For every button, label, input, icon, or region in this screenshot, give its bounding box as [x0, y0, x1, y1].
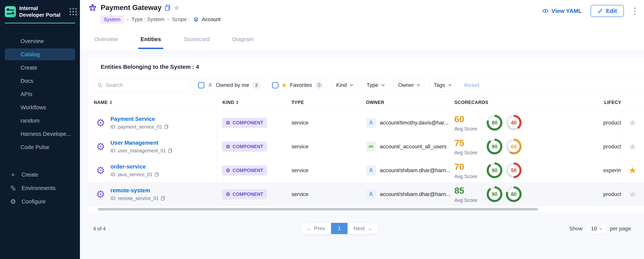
- right-arrow-icon: →: [367, 226, 372, 232]
- sidebar: Internal Developer Portal Overview Catal…: [0, 0, 80, 259]
- sidebar-item-create-bottom[interactable]: + Create: [0, 168, 80, 182]
- name-cell: ⚙ remote-system ID: remote_service_01: [96, 187, 165, 201]
- column-header-kind[interactable]: KIND: [222, 100, 238, 105]
- more-options-kebab-icon[interactable]: [633, 6, 637, 16]
- sidebar-item-random[interactable]: random: [5, 115, 75, 126]
- avg-score: 85 Avg Score: [454, 185, 478, 203]
- page-size-control: Show 10 per page: [569, 223, 631, 234]
- table-row: ⚙ Payment Service ID: payment_service_01…: [88, 111, 644, 135]
- gear-icon: ⚙: [226, 144, 230, 149]
- owned-by-me-count: 3: [252, 81, 260, 89]
- kind-filter-label: Kind: [336, 82, 347, 88]
- tags-filter-dropdown[interactable]: Tags: [429, 79, 456, 91]
- filter-bar: Owned by me 3 ★ Favorites 0 Kind Typ: [88, 76, 644, 94]
- reset-filters-button[interactable]: Reset: [464, 82, 480, 88]
- sidebar-item-harness-developer[interactable]: Harness Develope...: [5, 128, 75, 140]
- module-switcher-icon[interactable]: [70, 8, 77, 15]
- copy-id-icon[interactable]: [155, 172, 158, 177]
- chevron-down-icon: [599, 227, 602, 230]
- score-divider: [482, 114, 482, 131]
- entity-name-link[interactable]: User Management: [110, 140, 172, 146]
- lifecycle-cell: production: [603, 144, 622, 150]
- entity-name-link[interactable]: remote-system: [110, 187, 165, 194]
- environments-icon: [10, 185, 16, 191]
- sidebar-item-overview[interactable]: Overview: [5, 35, 75, 47]
- owner-filter-dropdown[interactable]: Owner: [393, 79, 424, 91]
- tab-scorecard[interactable]: Scorecard: [184, 30, 210, 49]
- sidebar-item-label: Environments: [22, 185, 56, 191]
- favorite-star-icon[interactable]: ★: [621, 111, 644, 135]
- entity-id-text: ID: java_service_01: [110, 172, 153, 177]
- sort-icon[interactable]: [236, 101, 238, 104]
- star-icon: ★: [281, 82, 287, 88]
- entity-name-link[interactable]: Payment Service: [110, 116, 168, 122]
- favorite-star-icon[interactable]: ★: [621, 182, 644, 206]
- owned-by-me-filter[interactable]: Owned by me 3: [194, 79, 264, 91]
- favorites-column-header: [621, 94, 644, 111]
- avg-score-value: 70: [454, 162, 478, 172]
- avg-score: 75 Avg Score: [454, 138, 478, 156]
- breadcrumb: System • Type : System • Scope : Account: [100, 15, 220, 24]
- column-header-name[interactable]: NAME: [94, 100, 112, 105]
- next-page-button[interactable]: Next →: [348, 223, 378, 234]
- scorecards-cell: 75 Avg Score 9060: [454, 138, 522, 156]
- search-box: [93, 79, 190, 91]
- sort-icon[interactable]: [110, 101, 112, 104]
- copy-id-icon[interactable]: [164, 125, 168, 129]
- scorecards-cell: 60 Avg Score 8040: [454, 114, 522, 132]
- owner-cell: account/_account_all_users: [366, 142, 446, 152]
- table-body: ⚙ Payment Service ID: payment_service_01…: [88, 111, 644, 206]
- sidebar-item-label: Create: [22, 172, 38, 178]
- prev-page-button[interactable]: ← Prev: [300, 223, 331, 234]
- search-input[interactable]: [106, 82, 186, 88]
- name-cell: ⚙ Payment Service ID: payment_service_01: [96, 116, 168, 130]
- scope-value: Account: [202, 16, 221, 22]
- sidebar-item-environments[interactable]: Environments: [0, 182, 80, 195]
- owner-avatar-icon: [366, 189, 376, 199]
- page-number-button[interactable]: 1: [331, 223, 348, 234]
- sidebar-item-workflows[interactable]: Workflows: [5, 102, 75, 113]
- harness-idp-logo-icon[interactable]: [5, 6, 16, 17]
- page-size-select[interactable]: 10: [586, 223, 606, 234]
- sidebar-item-apis[interactable]: APIs: [5, 88, 75, 100]
- entity-id: ID: payment_service_01: [110, 124, 168, 130]
- edit-button[interactable]: Edit: [590, 5, 624, 17]
- type-filter-label: Type: [366, 82, 378, 88]
- entity-gear-icon: ⚙: [96, 142, 105, 152]
- sidebar-item-catalog[interactable]: Catalog: [5, 48, 75, 60]
- favorite-star-icon[interactable]: ★: [621, 135, 644, 158]
- tab-overview[interactable]: Overview: [94, 30, 118, 49]
- kind-filter-dropdown[interactable]: Kind: [331, 79, 358, 91]
- entity-gear-icon: ⚙: [96, 166, 105, 176]
- entity-id: ID: java_service_01: [110, 172, 159, 177]
- sidebar-item-code-pulse[interactable]: Code Pulse: [5, 141, 75, 153]
- kind-cell: ⚙ COMPONENT: [222, 189, 267, 199]
- favorite-page-star-icon[interactable]: ★: [174, 4, 180, 11]
- column-header-owner: OWNER: [366, 100, 384, 105]
- tab-entities[interactable]: Entities: [140, 30, 161, 49]
- next-label: Next: [354, 226, 365, 232]
- horizontal-scrollbar[interactable]: [98, 208, 538, 210]
- sidebar-item-docs[interactable]: Docs: [5, 75, 75, 87]
- eye-icon: [542, 8, 549, 14]
- type-filter-dropdown[interactable]: Type: [362, 79, 389, 91]
- view-yaml-button[interactable]: View YAML: [542, 8, 582, 14]
- sidebar-item-create[interactable]: Create: [5, 62, 75, 74]
- owned-by-me-checkbox[interactable]: [198, 82, 204, 88]
- owner-name: account/timothy.davis@har...: [380, 120, 448, 126]
- sidebar-bottom: + Create Environments ⚙ Configure: [0, 163, 80, 208]
- scorecard-rings: 9050: [487, 162, 522, 178]
- copy-id-icon[interactable]: [161, 196, 165, 200]
- favorites-filter[interactable]: ★ Favorites 0: [268, 79, 327, 91]
- tab-diagram[interactable]: Diagram: [232, 30, 254, 49]
- sidebar-item-configure[interactable]: ⚙ Configure: [0, 195, 80, 208]
- type-cell: service: [292, 191, 308, 197]
- entity-id: ID: user_management_01: [110, 148, 172, 154]
- chevron-down-icon: [448, 82, 452, 86]
- entity-name-link[interactable]: order-service: [110, 164, 159, 170]
- copy-title-icon[interactable]: [165, 5, 170, 11]
- favorites-checkbox[interactable]: [272, 82, 278, 88]
- page-header: Payment Gateway ★ System • Type : System…: [80, 0, 644, 49]
- favorite-star-icon[interactable]: ★: [621, 158, 644, 182]
- copy-id-icon[interactable]: [168, 148, 172, 153]
